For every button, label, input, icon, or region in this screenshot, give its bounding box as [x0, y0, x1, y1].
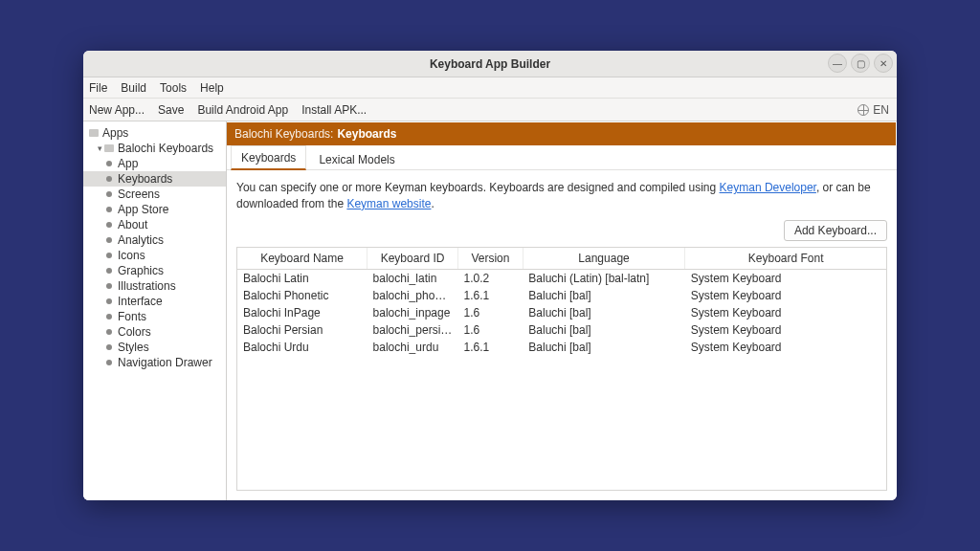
- hint-part3: .: [431, 197, 434, 210]
- cell-font: System Keyboard: [685, 304, 886, 321]
- sidebar-item-styles[interactable]: Styles: [83, 340, 226, 355]
- cell-font: System Keyboard: [685, 339, 886, 356]
- panel-header: Balochi Keyboards: Keyboards: [227, 122, 896, 145]
- sidebar-item-graphics[interactable]: Graphics: [83, 263, 226, 278]
- tree-project[interactable]: ▾ Balochi Keyboards: [83, 141, 226, 156]
- sidebar-item-navigation-drawer[interactable]: Navigation Drawer: [83, 355, 226, 370]
- sidebar-item-label: About: [118, 218, 147, 231]
- sidebar-item-keyboards[interactable]: Keyboards: [83, 171, 226, 187]
- tab-lexical-models[interactable]: Lexical Models: [308, 147, 405, 170]
- tab-content: You can specify one or more Keyman keybo…: [227, 170, 897, 500]
- sidebar-item-illustrations[interactable]: Illustrations: [83, 278, 226, 294]
- bullet-icon: [106, 344, 112, 350]
- bullet-icon: [106, 207, 112, 212]
- table-row[interactable]: Balochi Persianbalochi_persian1.6Baluchi…: [237, 321, 886, 339]
- tab-lexical-label: Lexical Models: [319, 153, 394, 166]
- bullet-icon: [106, 360, 112, 365]
- col-version[interactable]: Version: [458, 248, 523, 270]
- maximize-button[interactable]: ▢: [851, 54, 870, 73]
- tree-root-apps[interactable]: Apps: [83, 125, 226, 141]
- tree-project-label: Balochi Keyboards: [118, 142, 213, 155]
- minimize-button[interactable]: —: [828, 54, 847, 73]
- window-controls: — ▢ ✕: [828, 54, 893, 73]
- menu-tools[interactable]: Tools: [160, 81, 187, 95]
- col-keyboard-id[interactable]: Keyboard ID: [368, 248, 458, 270]
- keyboard-table-wrap: Keyboard Name Keyboard ID Version Langua…: [236, 247, 887, 491]
- sidebar-item-label: Analytics: [118, 233, 164, 247]
- sidebar-item-analytics[interactable]: Analytics: [83, 232, 226, 248]
- sidebar-item-icons[interactable]: Icons: [83, 248, 226, 263]
- menu-help[interactable]: Help: [200, 81, 224, 95]
- sidebar-item-label: Colors: [118, 325, 151, 339]
- link-keyman-website[interactable]: Keyman website: [346, 197, 431, 210]
- cell-language: Baluchi [bal]: [523, 287, 685, 304]
- titlebar: Keyboard App Builder — ▢ ✕: [83, 51, 897, 77]
- cell-name: Balochi Urdu: [237, 339, 368, 356]
- bullet-icon: [106, 161, 112, 166]
- menu-file[interactable]: File: [89, 81, 107, 95]
- sidebar-item-fonts[interactable]: Fonts: [83, 309, 226, 324]
- sidebar-item-screens[interactable]: Screens: [83, 187, 226, 202]
- sidebar-item-label: Screens: [118, 187, 160, 201]
- cell-font: System Keyboard: [685, 269, 886, 287]
- globe-icon: [858, 104, 869, 116]
- cell-language: Baluchi [bal]: [523, 321, 685, 339]
- sidebar-item-label: App: [118, 157, 138, 170]
- cell-font: System Keyboard: [685, 321, 886, 339]
- col-language[interactable]: Language: [523, 248, 685, 270]
- bullet-icon: [106, 253, 112, 258]
- table-row[interactable]: Balochi InPagebalochi_inpage1.6Baluchi […: [237, 304, 886, 321]
- table-row[interactable]: Balochi Phoneticbalochi_phonetic1.6.1Bal…: [237, 287, 886, 304]
- toolbar-install-apk[interactable]: Install APK...: [301, 103, 367, 117]
- menu-build[interactable]: Build: [121, 81, 146, 95]
- sidebar-item-colors[interactable]: Colors: [83, 324, 226, 340]
- keyboard-table: Keyboard Name Keyboard ID Version Langua…: [237, 248, 886, 356]
- toolbar-new-app[interactable]: New App...: [89, 103, 145, 117]
- sidebar: Apps ▾ Balochi Keyboards AppKeyboardsScr…: [83, 121, 227, 500]
- cell-id: balochi_persian: [368, 321, 458, 339]
- cell-id: balochi_urdu: [368, 339, 458, 356]
- sidebar-item-interface[interactable]: Interface: [83, 294, 226, 309]
- cell-version: 1.6.1: [458, 339, 523, 356]
- minimize-icon: —: [833, 58, 842, 69]
- cell-name: Balochi InPage: [237, 304, 368, 321]
- window-title: Keyboard App Builder: [430, 57, 550, 71]
- bullet-icon: [106, 314, 112, 320]
- add-keyboard-button[interactable]: Add Keyboard...: [784, 220, 887, 241]
- language-code: EN: [873, 103, 889, 117]
- close-icon: ✕: [880, 58, 887, 69]
- toolbar-build-android[interactable]: Build Android App: [197, 103, 288, 117]
- bullet-icon: [106, 222, 112, 228]
- body: Apps ▾ Balochi Keyboards AppKeyboardsScr…: [83, 121, 897, 500]
- toolbar-save[interactable]: Save: [158, 103, 184, 117]
- breadcrumb: Balochi Keyboards:: [234, 127, 333, 141]
- bullet-icon: [106, 237, 112, 243]
- main-panel: Balochi Keyboards: Keyboards Keyboards L…: [227, 121, 897, 500]
- link-keyman-developer[interactable]: Keyman Developer: [720, 181, 816, 194]
- col-keyboard-font[interactable]: Keyboard Font: [685, 248, 886, 270]
- cell-font: System Keyboard: [685, 287, 886, 304]
- cell-id: balochi_latin: [368, 269, 458, 287]
- hint-part1: You can specify one or more Keyman keybo…: [236, 181, 720, 194]
- col-keyboard-name[interactable]: Keyboard Name: [237, 248, 368, 270]
- cell-version: 1.0.2: [458, 269, 523, 287]
- tab-row: Keyboards Lexical Models: [227, 145, 897, 170]
- app-window: Keyboard App Builder — ▢ ✕ File Build To…: [83, 51, 897, 500]
- page-title: Keyboards: [337, 127, 396, 141]
- cell-language: Baluchi (Latin) [bal-latn]: [523, 269, 685, 287]
- cell-version: 1.6.1: [458, 287, 523, 304]
- tree-root-label: Apps: [102, 126, 128, 140]
- sidebar-item-app[interactable]: App: [83, 156, 226, 171]
- maximize-icon: ▢: [857, 58, 865, 69]
- table-row[interactable]: Balochi Urdubalochi_urdu1.6.1Baluchi [ba…: [237, 339, 886, 356]
- language-indicator[interactable]: EN: [858, 103, 889, 117]
- cell-name: Balochi Phonetic: [237, 287, 368, 304]
- cell-language: Baluchi [bal]: [523, 339, 685, 356]
- sidebar-item-app-store[interactable]: App Store: [83, 202, 226, 217]
- sidebar-item-about[interactable]: About: [83, 217, 226, 232]
- tab-keyboards[interactable]: Keyboards: [231, 145, 306, 170]
- close-button[interactable]: ✕: [874, 54, 893, 73]
- table-row[interactable]: Balochi Latinbalochi_latin1.0.2Baluchi (…: [237, 269, 886, 287]
- menubar: File Build Tools Help: [83, 77, 897, 99]
- hint-text: You can specify one or more Keyman keybo…: [236, 180, 887, 212]
